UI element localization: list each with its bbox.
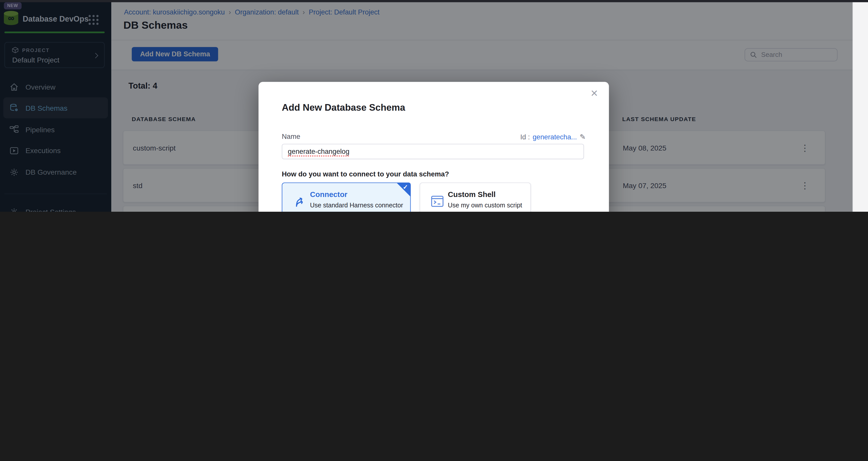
schema-id-link[interactable]: generatecha... [533, 133, 577, 141]
connector-icon [292, 194, 307, 209]
custom-shell-option-subtitle: Use my own custom script [448, 202, 522, 208]
add-schema-modal: × Add New Database Schema Name Id : gene… [258, 82, 609, 212]
browser-chrome-sliver [0, 0, 868, 2]
name-label: Name [282, 133, 300, 141]
connector-option-title: Connector [310, 190, 347, 199]
close-icon[interactable]: × [591, 87, 598, 100]
connect-question: How do you want to connect to your data … [282, 170, 449, 178]
edit-id-icon[interactable]: ✎ [580, 133, 586, 141]
connector-option-card[interactable]: Connector Use standard Harness connector… [282, 183, 411, 212]
browser-scrollbar[interactable] [852, 0, 868, 212]
id-prefix: Id : [520, 133, 530, 141]
modal-title: Add New Database Schema [282, 102, 405, 113]
app-window: NEW ∞ Database DevOps PROJECT Default Pr… [0, 0, 868, 212]
schema-id-row: Id : generatecha... ✎ [520, 133, 586, 141]
terminal-icon [430, 194, 445, 209]
name-input[interactable]: generate-changelog [282, 144, 584, 159]
custom-shell-option-title: Custom Shell [448, 190, 495, 199]
connector-option-subtitle: Use standard Harness connector [310, 202, 403, 208]
name-value: generate-changelog [288, 148, 349, 155]
custom-shell-option-card[interactable]: Custom Shell Use my own custom script [420, 183, 531, 212]
check-icon: ✓ [403, 184, 408, 191]
